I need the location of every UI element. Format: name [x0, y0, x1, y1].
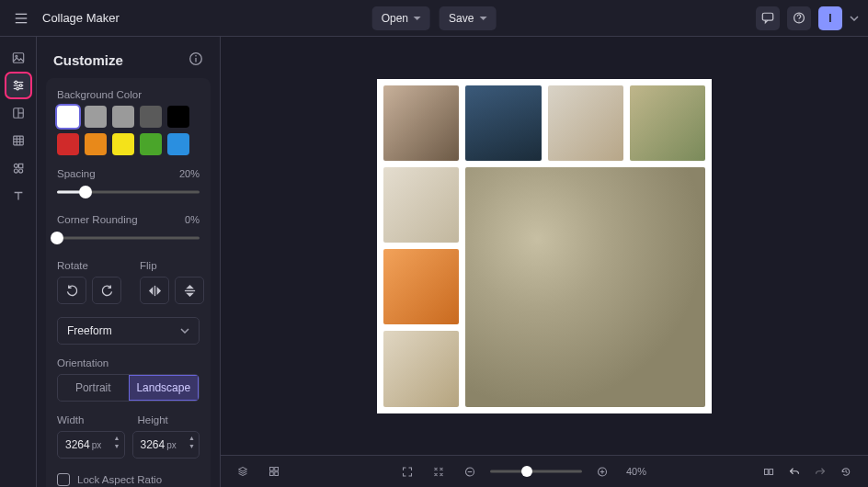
bottom-bar: 40% — [221, 455, 868, 487]
bg-color-swatch[interactable] — [140, 106, 162, 128]
flip-vertical-button[interactable] — [175, 277, 204, 304]
svg-point-37 — [598, 468, 606, 476]
collage-cell[interactable] — [383, 85, 459, 161]
bg-color-swatch[interactable] — [140, 133, 162, 155]
bg-color-swatch[interactable] — [112, 106, 134, 128]
lock-aspect-checkbox[interactable] — [57, 473, 70, 486]
width-step-down[interactable]: ▼ — [114, 443, 120, 449]
height-step-down[interactable]: ▼ — [188, 443, 195, 449]
tool-image[interactable] — [6, 46, 30, 70]
zoom-value: 40% — [626, 466, 646, 477]
table-icon — [12, 133, 25, 148]
width-input[interactable]: 3264px ▲▼ — [57, 431, 125, 459]
zoom-out-icon — [464, 465, 475, 479]
corner-value: 0% — [185, 214, 200, 225]
corner-slider[interactable] — [57, 229, 200, 247]
feedback-button[interactable] — [756, 6, 780, 30]
svg-point-26 — [190, 53, 202, 65]
canvas-area[interactable] — [221, 37, 868, 455]
help-button[interactable] — [787, 6, 811, 30]
rotate-cw-button[interactable] — [92, 277, 121, 304]
tool-text[interactable] — [6, 184, 30, 208]
flip-horizontal-button[interactable] — [140, 277, 169, 304]
rotate-ccw-button[interactable] — [57, 277, 86, 304]
collage-cell[interactable] — [630, 85, 705, 161]
hamburger-icon — [15, 12, 28, 25]
orientation-toggle: Portrait Landscape — [57, 374, 200, 402]
svg-rect-31 — [270, 468, 274, 471]
rotate-flip-section: Rotate Flip — [57, 260, 200, 304]
rotate-ccw-icon — [65, 284, 79, 298]
tool-table[interactable] — [6, 129, 30, 153]
aspect-ratio-select[interactable]: Freeform — [57, 317, 200, 345]
lock-aspect-label: Lock Aspect Ratio — [77, 474, 162, 485]
zoom-out-button[interactable] — [459, 460, 481, 482]
orientation-landscape[interactable]: Landscape — [129, 375, 200, 401]
tool-elements[interactable] — [6, 156, 30, 180]
speech-bubble-icon — [761, 11, 774, 25]
tool-customize[interactable] — [6, 74, 30, 97]
history-button[interactable] — [835, 460, 857, 482]
collage-cell[interactable] — [465, 85, 541, 161]
collage-preview[interactable] — [377, 79, 712, 413]
svg-rect-6 — [13, 53, 23, 63]
bg-color-swatch[interactable] — [57, 133, 79, 155]
main-menu-button[interactable] — [9, 6, 33, 30]
panel-info-button[interactable] — [188, 51, 203, 69]
customize-panel: Customize Background Color Spacing 20% C… — [37, 37, 221, 487]
svg-rect-23 — [18, 164, 22, 167]
bg-color-swatch[interactable] — [167, 106, 189, 128]
rotate-cw-icon — [100, 284, 114, 298]
collage-cell[interactable] — [383, 167, 459, 243]
svg-point-7 — [15, 55, 17, 57]
orientation-portrait[interactable]: Portrait — [58, 375, 129, 401]
collage-cell-main[interactable] — [465, 167, 705, 407]
orientation-section: Orientation Portrait Landscape — [57, 357, 200, 402]
bg-color-swatch[interactable] — [112, 133, 134, 155]
redo-button[interactable] — [809, 460, 831, 482]
bg-color-swatch[interactable] — [85, 106, 107, 128]
bg-color-swatches — [57, 106, 200, 155]
svg-point-12 — [19, 85, 22, 87]
height-step-up[interactable]: ▲ — [188, 435, 195, 441]
bg-color-swatch[interactable] — [57, 106, 79, 128]
collage-cell[interactable] — [383, 249, 459, 324]
svg-point-28 — [195, 55, 197, 57]
lock-aspect-row: Lock Aspect Ratio — [57, 473, 200, 486]
zoom-in-button[interactable] — [591, 460, 613, 482]
account-menu-chevron[interactable] — [850, 13, 859, 23]
flip-horizontal-icon — [148, 284, 162, 298]
user-avatar[interactable]: I — [818, 6, 842, 30]
app-title: Collage Maker — [42, 11, 120, 25]
collage-cell[interactable] — [548, 85, 623, 161]
layers-button[interactable] — [232, 460, 254, 482]
open-button[interactable]: Open — [372, 6, 430, 30]
svg-rect-41 — [770, 469, 773, 474]
corner-section: Corner Rounding 0% — [57, 214, 200, 247]
undo-icon — [789, 465, 800, 479]
zoom-slider[interactable] — [490, 462, 582, 481]
svg-rect-14 — [13, 108, 23, 119]
text-icon — [12, 188, 25, 203]
tool-layout[interactable] — [6, 101, 30, 125]
bg-color-swatch[interactable] — [85, 133, 107, 155]
fit-screen-icon — [433, 465, 444, 479]
collage-cell[interactable] — [383, 331, 459, 406]
width-step-up[interactable]: ▲ — [114, 435, 120, 441]
compare-button[interactable] — [758, 460, 780, 482]
svg-point-24 — [14, 169, 17, 173]
chevron-down-icon — [850, 16, 859, 21]
fit-screen-button[interactable] — [428, 460, 450, 482]
image-icon — [12, 51, 25, 65]
bg-color-swatch[interactable] — [167, 133, 189, 155]
fullscreen-button[interactable] — [396, 460, 418, 482]
history-icon — [840, 465, 851, 479]
svg-point-13 — [16, 87, 18, 90]
spacing-slider[interactable] — [57, 183, 200, 201]
undo-button[interactable] — [783, 460, 805, 482]
background-color-section: Background Color — [57, 89, 200, 155]
grid-view-button[interactable] — [263, 460, 285, 482]
height-input[interactable]: 3264px ▲▼ — [132, 431, 200, 459]
svg-point-4 — [794, 13, 805, 23]
save-button[interactable]: Save — [440, 6, 496, 30]
